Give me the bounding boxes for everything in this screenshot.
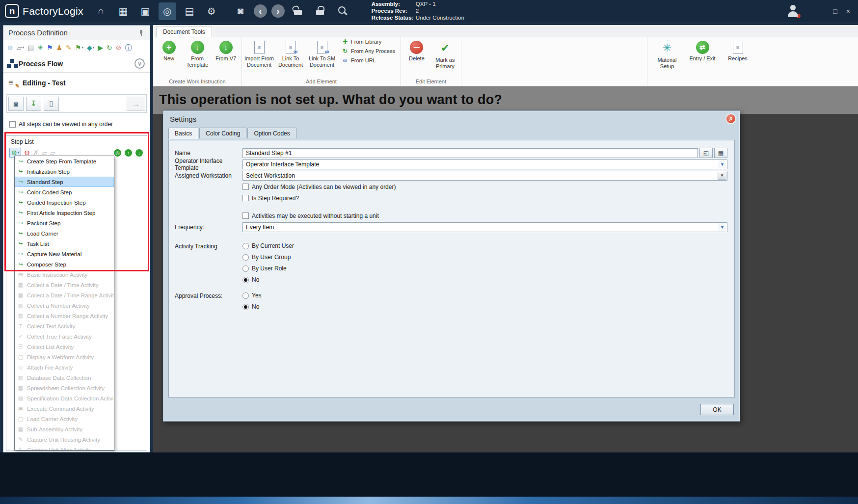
material-setup-button[interactable]: Material Setup xyxy=(649,38,685,70)
from-url-button[interactable]: From URL xyxy=(342,57,395,64)
settings-dialog: Settings ✗ BasicsColor CodingOption Code… xyxy=(163,110,740,422)
maximize-button[interactable]: □ xyxy=(833,7,837,15)
add-process-icon[interactable]: ⊕ xyxy=(7,44,13,51)
find-step-button[interactable]: ◎ xyxy=(114,149,121,157)
from-any-process-button[interactable]: From Any Process xyxy=(342,48,395,54)
name-input[interactable] xyxy=(242,148,698,158)
name-keyboard-button[interactable]: ▦ xyxy=(714,148,727,158)
menu-item[interactable]: ↪ Create Step From Template xyxy=(15,156,114,166)
delete-element-button[interactable]: Delete xyxy=(402,38,431,63)
home-icon[interactable]: ⌂ xyxy=(92,2,110,20)
branch-icon[interactable]: ✳ xyxy=(37,44,43,51)
without-unit-checkbox[interactable] xyxy=(242,212,249,219)
dialog-tabs: BasicsColor CodingOption Codes xyxy=(168,128,740,138)
menu-item[interactable]: ↪ Color Coded Step xyxy=(15,187,114,197)
new-button[interactable]: New xyxy=(155,38,183,63)
ok-button[interactable]: OK xyxy=(700,404,734,415)
chevron-down-icon[interactable]: ▼ xyxy=(718,160,726,168)
radio-option[interactable]: By User Group xyxy=(242,254,294,261)
import-process-button[interactable]: ↧ xyxy=(26,97,41,111)
group-label: Add Element xyxy=(243,78,399,86)
radio-option[interactable]: No xyxy=(242,276,294,283)
frequency-select[interactable]: Every Item ▼ xyxy=(242,222,727,232)
print-icon[interactable]: ▤ xyxy=(27,44,34,51)
close-icon[interactable]: ✗ xyxy=(726,114,735,123)
collapse-chevron-icon[interactable]: ∨ xyxy=(134,58,145,69)
move-step-down-button[interactable]: ↓ xyxy=(135,149,143,157)
from-v7-button[interactable]: From V7 xyxy=(212,38,240,63)
menu-item-icon: ✓ xyxy=(17,333,24,340)
info-icon[interactable]: ⓘ xyxy=(125,44,132,51)
minimize-button[interactable]: – xyxy=(821,7,825,15)
radio-option[interactable]: By User Role xyxy=(242,265,294,272)
block-icon[interactable]: ⊘ xyxy=(116,44,122,51)
menu-item[interactable]: ↪ First Article Inspection Step xyxy=(15,208,114,218)
export-icon[interactable]: ◆▾ xyxy=(87,44,94,51)
link-to-sm-document-button[interactable]: Link To SM Document xyxy=(306,38,338,69)
step-required-option[interactable]: Is Step Required? xyxy=(242,195,727,202)
menu-item[interactable]: ↪ Standard Step xyxy=(15,177,114,187)
process-flow-row[interactable]: Process Flow ∨ xyxy=(3,55,150,73)
refresh-icon[interactable]: ↻ xyxy=(107,44,112,51)
lock-icon[interactable] xyxy=(311,2,329,20)
forward-icon[interactable]: › xyxy=(271,4,285,18)
copy-process-icon[interactable]: ▱▾ xyxy=(17,44,24,51)
save-process-button[interactable]: ◙ xyxy=(8,97,24,111)
any-order-mode-checkbox[interactable] xyxy=(242,184,249,190)
from-library-button[interactable]: From Library xyxy=(342,38,395,45)
radio-option[interactable]: By Current User xyxy=(242,242,294,249)
operator-interface-select[interactable]: Operator Interface Template ▼ xyxy=(242,159,727,169)
documents-icon[interactable]: ▤ xyxy=(181,2,198,20)
menu-item[interactable]: ↪ Guided Inspection Step xyxy=(15,197,114,208)
recipes-button[interactable]: Recipes xyxy=(720,38,755,63)
operator-icon[interactable]: ♟ xyxy=(56,44,63,51)
entry-exit-button[interactable]: Entry / Exit xyxy=(685,38,720,63)
menu-item[interactable]: ↪ Task List xyxy=(15,239,114,249)
dialog-tab[interactable]: Color Coding xyxy=(199,128,246,138)
menu-item-icon: ▦ xyxy=(17,426,24,432)
from-template-button[interactable]: From Template xyxy=(183,38,212,69)
workstation-label: Assigned Workstation xyxy=(175,172,242,179)
cleanup-icon[interactable]: ✎ xyxy=(66,44,72,51)
user-icon[interactable] xyxy=(784,3,802,19)
tab-document-tools[interactable]: Document Tools xyxy=(156,26,212,37)
run-icon[interactable]: ▶ xyxy=(98,44,103,51)
mark-as-primary-button[interactable]: Mark as Primary xyxy=(431,38,459,70)
ribbon-button-icon xyxy=(219,41,233,54)
import-from-document-button[interactable]: Import From Document xyxy=(243,38,275,69)
flag-icon[interactable]: ⚑▾ xyxy=(75,44,83,51)
step-required-checkbox[interactable] xyxy=(242,195,249,201)
radio-option[interactable]: Yes xyxy=(242,292,262,299)
settings-icon[interactable]: ⚙ xyxy=(203,2,220,20)
menu-item[interactable]: ↪ Initialization Step xyxy=(15,166,114,177)
pin-step-icon[interactable]: ⚑ xyxy=(47,44,53,51)
move-step-up-button[interactable]: ↑ xyxy=(125,149,132,157)
assemblies-icon[interactable]: ▣ xyxy=(136,2,154,20)
any-order-checkbox[interactable] xyxy=(9,121,16,128)
chevron-down-icon[interactable]: ▼ xyxy=(718,223,726,231)
dialog-tab[interactable]: Basics xyxy=(168,128,198,139)
process-definition-icon[interactable]: ◎ xyxy=(159,2,176,20)
save-icon[interactable]: ◙ xyxy=(232,2,249,20)
back-icon[interactable]: ‹ xyxy=(254,4,267,18)
menu-item[interactable]: ↪ Packout Step xyxy=(15,218,114,228)
menu-item[interactable]: ↪ Composer Step xyxy=(15,259,114,269)
menu-item[interactable]: ↪ Load Carrier xyxy=(15,228,114,239)
audit-trail-icon[interactable] xyxy=(333,2,351,20)
menu-item[interactable]: ↪ Capture New Material xyxy=(15,249,114,259)
link-to-document-button[interactable]: Link To Document xyxy=(275,38,306,69)
close-button[interactable]: × xyxy=(846,7,850,15)
any-order-mode-option[interactable]: Any Order Mode (Activities can be viewed… xyxy=(242,184,727,190)
dialog-tab[interactable]: Option Codes xyxy=(247,128,296,138)
workstation-select[interactable]: Select Workstation ▼ xyxy=(242,171,727,181)
unlock-icon[interactable] xyxy=(289,2,307,20)
delete-process-button[interactable]: ▯ xyxy=(44,97,59,111)
worksheet-icon[interactable]: ▦ xyxy=(114,2,132,20)
approval-process-row: Approval Process: Yes No xyxy=(175,291,727,310)
without-unit-option[interactable]: Activities may be executed without start… xyxy=(242,212,727,219)
chevron-down-icon[interactable]: ▼ xyxy=(718,172,726,180)
pin-icon[interactable] xyxy=(137,29,145,37)
radio-option[interactable]: No xyxy=(242,303,262,310)
name-display-button[interactable]: ◱ xyxy=(699,148,713,158)
any-order-row[interactable]: All steps can be viewed in any order xyxy=(9,121,113,128)
